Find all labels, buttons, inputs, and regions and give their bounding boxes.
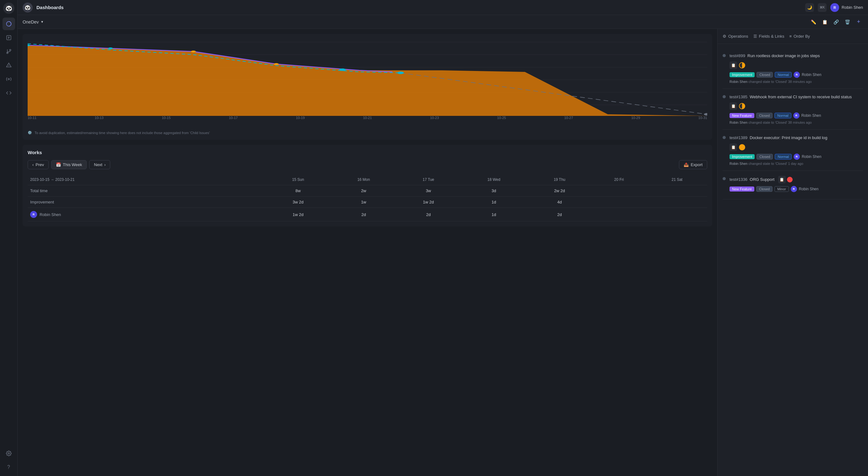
svg-point-18 bbox=[397, 72, 404, 74]
badge-closed: Closed bbox=[756, 154, 773, 159]
issue-badges: New Feature Closed Minor R Robin Shen bbox=[730, 186, 863, 192]
next-label: Next bbox=[94, 162, 102, 167]
issue-body: test#1336 ORG Support 📋 New Feature Clos… bbox=[730, 176, 863, 194]
x-label-1017: 10-17 bbox=[229, 116, 238, 120]
row-label-user: R Robin Shen bbox=[28, 208, 266, 221]
x-label-1031: 10-31 bbox=[699, 116, 707, 120]
user-menu[interactable]: R Robin Shen bbox=[830, 3, 863, 12]
prev-button[interactable]: ‹ Prev bbox=[28, 160, 49, 169]
badge-normal: Normal bbox=[775, 72, 792, 77]
issue-icons: 📋 bbox=[730, 102, 863, 110]
project-selector[interactable]: OneDev ▼ bbox=[23, 20, 44, 25]
order-icon: ≡ bbox=[789, 34, 792, 39]
command-k-icon[interactable]: ⌘K bbox=[818, 3, 827, 12]
this-week-button[interactable]: 📅 This Week bbox=[51, 160, 87, 169]
col-header-wed: 18 Wed bbox=[460, 174, 528, 185]
badge-new-feature: New Feature bbox=[730, 113, 754, 118]
issue-id: test#1336 bbox=[730, 177, 747, 182]
export-button[interactable]: 📤 Export bbox=[679, 160, 707, 169]
issue-id: test#1389 bbox=[730, 135, 747, 140]
copy-icon[interactable]: 📋 bbox=[820, 18, 829, 26]
chart-container: 25w 4d 1h 20m 3d 2h 40m 12w 2d 4h 1d 5h … bbox=[28, 39, 707, 127]
user-avatar: R bbox=[830, 3, 839, 12]
svg-point-3 bbox=[8, 78, 9, 80]
issue-badges: Improvement Closed Normal R Robin Shen bbox=[730, 72, 863, 78]
issue-badges: Improvement Closed Normal R Robin Shen bbox=[730, 154, 863, 160]
edit-icon[interactable]: ✏️ bbox=[809, 18, 818, 26]
svg-point-14 bbox=[108, 47, 113, 49]
issue-activity: Robin Shen changed state to 'Closed' 38 … bbox=[730, 121, 863, 124]
priority-half-icon bbox=[739, 103, 745, 109]
svg-point-17 bbox=[339, 68, 346, 71]
issue-status-dot bbox=[722, 95, 726, 98]
cell-total-improvement: 3w 2d bbox=[266, 196, 330, 208]
copy-inline-icon[interactable]: 📋 bbox=[778, 176, 786, 183]
header-title: Dashboards bbox=[36, 5, 64, 10]
add-icon[interactable]: + bbox=[854, 18, 863, 26]
col-header-sat: 21 Sat bbox=[647, 174, 707, 185]
operations-icon: ⚙ bbox=[722, 34, 726, 39]
badge-minor: Minor bbox=[774, 186, 789, 192]
tab-operations[interactable]: ⚙ Operations bbox=[722, 33, 748, 40]
col-header-date-range: 2023-10-15 → 2023-10-21 bbox=[28, 174, 266, 185]
cell-thu-total bbox=[591, 185, 647, 196]
content-area: 25w 4d 1h 20m 3d 2h 40m 12w 2d 4h 1d 5h … bbox=[18, 29, 868, 476]
priority-half-icon bbox=[739, 62, 745, 68]
tab-order-by[interactable]: ≡ Order By bbox=[789, 33, 810, 40]
chart-note: ⚙️ To avoid duplication, estimated/remai… bbox=[28, 131, 707, 135]
tab-fields-label: Fields & Links bbox=[759, 34, 784, 39]
works-section-title: Works bbox=[28, 150, 707, 155]
cell-fri-total bbox=[647, 185, 707, 196]
sidebar-item-deploy[interactable] bbox=[2, 73, 15, 86]
header-actions: 🌙 ⌘K R Robin Shen bbox=[805, 3, 863, 12]
table-row: Improvement 3w 2d 1w 1w 2d 1d 4d bbox=[28, 196, 707, 208]
issue-user-name: Robin Shen bbox=[802, 155, 822, 159]
share-icon[interactable]: 🔗 bbox=[832, 18, 840, 26]
issue-title: test#1336 ORG Support 📋 bbox=[730, 176, 863, 183]
works-navigation: ‹ Prev 📅 This Week Next › 📤 Export bbox=[28, 160, 707, 169]
copy-issue-icon[interactable]: 📋 bbox=[730, 62, 737, 69]
cell-wed-improvement: 4d bbox=[528, 196, 591, 208]
row-user-avatar: R bbox=[30, 211, 37, 218]
sidebar-item-branches[interactable] bbox=[2, 45, 15, 58]
row-user-name: Robin Shen bbox=[39, 212, 61, 217]
sidebar-logo[interactable]: 🐼 bbox=[3, 2, 14, 14]
x-label-1015: 10-15 bbox=[162, 116, 170, 120]
sidebar-item-settings[interactable] bbox=[2, 447, 15, 460]
svg-point-15 bbox=[191, 51, 196, 53]
sidebar-item-builds[interactable] bbox=[2, 59, 15, 72]
sidebar-item-code[interactable] bbox=[2, 87, 15, 99]
badge-closed: Closed bbox=[756, 186, 773, 192]
issue-id: test#1385 bbox=[730, 95, 747, 99]
sidebar-item-dashboard[interactable] bbox=[2, 18, 15, 30]
tab-operations-label: Operations bbox=[728, 34, 748, 39]
cell-mon-total: 3w bbox=[397, 185, 460, 196]
next-button[interactable]: Next › bbox=[89, 160, 110, 169]
tab-order-label: Order By bbox=[794, 34, 810, 39]
tab-fields-links[interactable]: ☰ Fields & Links bbox=[753, 33, 784, 40]
issue-title: test#1389 Docker executor: Print image i… bbox=[730, 135, 863, 141]
row-label-total: Total time bbox=[28, 185, 266, 196]
issue-body: test#899 Run rootless docker image in jo… bbox=[730, 53, 863, 84]
badge-normal: Normal bbox=[774, 113, 791, 118]
copy-issue-icon[interactable]: 📋 bbox=[730, 102, 737, 110]
burndown-chart: 25w 4d 1h 20m 3d 2h 40m 12w 2d 4h 1d 5h … bbox=[28, 39, 707, 118]
cell-tue-user: 1d bbox=[460, 208, 528, 221]
col-header-sun: 15 Sun bbox=[266, 174, 330, 185]
badge-closed: Closed bbox=[756, 113, 773, 118]
header-logo: 🐼 bbox=[23, 2, 33, 12]
sidebar-item-help[interactable]: ? bbox=[2, 461, 15, 474]
col-header-fri: 20 Fri bbox=[591, 174, 647, 185]
cell-tue-improvement: 1d bbox=[460, 196, 528, 208]
moon-icon[interactable]: 🌙 bbox=[805, 3, 814, 12]
main-content: 🐼 Dashboards 🌙 ⌘K R Robin Shen OneDev ▼ … bbox=[18, 0, 868, 476]
delete-icon[interactable]: 🗑️ bbox=[843, 18, 852, 26]
toolbar: OneDev ▼ ✏️ 📋 🔗 🗑️ + bbox=[18, 15, 868, 29]
table-row: Total time 8w 2w 3w 3d 2w 2d bbox=[28, 185, 707, 196]
svg-marker-11 bbox=[28, 45, 707, 116]
copy-issue-icon[interactable]: 📋 bbox=[730, 144, 737, 151]
badge-closed: Closed bbox=[756, 72, 773, 77]
issue-item-1389: test#1389 Docker executor: Print image i… bbox=[722, 130, 863, 171]
sidebar-item-issues[interactable] bbox=[2, 31, 15, 44]
issue-status-dot bbox=[722, 136, 726, 139]
